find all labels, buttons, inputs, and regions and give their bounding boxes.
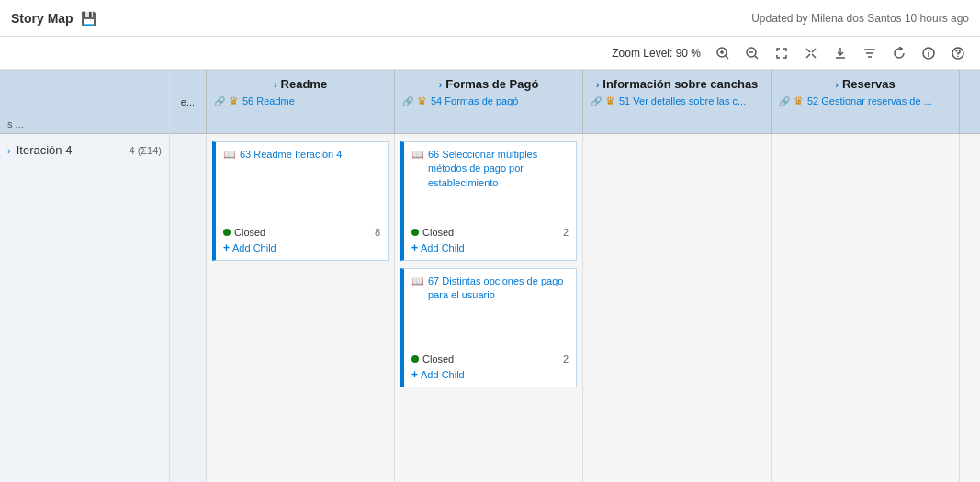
card-63-status-dot [223,229,231,236]
col-header-info-title: › Información sobre canchas [591,73,763,91]
svg-line-9 [806,54,810,58]
readme-link-text: 56 Readme [242,95,295,106]
zoom-in-icon [716,47,729,60]
reservas-crown-icon: ♛ [794,95,804,107]
card-63-title[interactable]: 63 Readme Iteración 4 [240,148,342,162]
card-63-footer: Closed 8 + Add Child [223,219,380,254]
card-67-status-dot [411,355,419,363]
story-col-es-partial [960,134,980,482]
toolbar: Zoom Level: 90 % [0,37,980,70]
story-col-readme: 📖 63 Readme Iteración 4 Closed 8 + [207,134,395,482]
sidebar-top-label: s ... [7,118,24,129]
svg-line-1 [726,56,728,59]
card-66-add-child[interactable]: + Add Child [411,241,569,254]
fullscreen-button[interactable] [800,44,822,62]
reservas-link-text: 52 Gestionar reservas de ... [807,95,932,106]
card-67-add-child[interactable]: + Add Child [411,368,569,381]
card-63-count: 8 [375,227,380,238]
readme-link[interactable]: 🔗 ♛ 56 Readme [214,95,387,107]
download-icon [834,47,847,60]
formas-crown-icon: ♛ [417,95,427,107]
readme-expand-icon[interactable]: › [274,79,277,90]
card-67-footer: Closed 2 + Add Child [411,346,569,381]
card-66-footer: Closed 2 + Add Child [411,219,569,254]
fit-icon [775,47,788,60]
main-area: s ... › Iteración 4 4 (Σ14) e... [0,70,980,482]
card-63-add-child-label: Add Child [232,242,276,253]
card-67-status-row: Closed 2 [411,353,569,364]
formas-link-icon: 🔗 [402,96,413,106]
help-button[interactable] [947,44,969,62]
col-header-reservas: › Reservas 🔗 ♛ 52 Gestionar reservas de … [772,70,960,133]
top-bar-left: Story Map 💾 [11,11,96,26]
fit-button[interactable] [771,44,793,62]
col-header-formas-title: › Formas de Pagó [402,73,575,91]
readme-link-icon: 🔗 [214,96,225,106]
svg-line-5 [755,56,758,59]
zoom-out-icon [746,47,759,60]
iteration-expand-icon: › [7,145,11,156]
sidebar-iteration[interactable]: › Iteración 4 4 (Σ14) [0,134,169,163]
story-col-reservas [772,134,960,482]
col-header-partial-left: e... [170,70,207,133]
col-header-formas: › Formas de Pagó 🔗 ♛ 54 Formas de pagó [395,70,583,133]
card-63-status-row: Closed 8 [223,227,380,238]
refresh-button[interactable] [888,44,910,62]
card-66-status-dot [411,229,419,236]
info-expand-icon[interactable]: › [596,79,600,90]
zoom-out-button[interactable] [741,44,763,62]
card-63-add-child[interactable]: + Add Child [223,241,380,254]
content-area: e... › Readme 🔗 ♛ 56 Readme [170,70,980,482]
card-66-add-icon: + [411,241,418,254]
card-66-status: Closed [422,227,454,238]
formas-title-text: Formas de Pagó [445,77,538,91]
reservas-title-text: Reservas [842,77,896,91]
story-col-partial-left [170,134,207,482]
zoom-in-button[interactable] [712,44,734,62]
card-66-count: 2 [563,227,569,238]
card-67-title[interactable]: 67 Distintas opciones de pago para el us… [428,275,569,303]
info-title-text: Información sobre canchas [603,77,758,91]
fullscreen-icon [805,47,817,60]
help-icon [952,47,964,60]
rows-area: 📖 63 Readme Iteración 4 Closed 8 + [170,134,980,482]
updated-text: Updated by Milena dos Santos 10 hours ag… [751,12,969,25]
col-header-info: › Información sobre canchas 🔗 ♛ 51 Ver d… [583,70,772,133]
columns-header: e... › Readme 🔗 ♛ 56 Readme [170,70,980,134]
card-67-book-icon: 📖 [411,275,424,287]
formas-link-text: 54 Formas de pagó [431,95,518,106]
card-67-add-icon: + [411,368,418,381]
download-button[interactable] [829,44,851,62]
svg-point-20 [957,55,959,57]
col-header-readme: › Readme 🔗 ♛ 56 Readme [207,70,395,133]
card-63-status: Closed [234,227,265,238]
formas-link[interactable]: 🔗 ♛ 54 Formas de pagó [402,95,575,107]
filter-icon [863,47,876,60]
story-card-63: 📖 63 Readme Iteración 4 Closed 8 + [212,141,389,261]
reservas-link[interactable]: 🔗 ♛ 52 Gestionar reservas de ... [779,95,952,107]
app-title: Story Map [11,11,73,26]
svg-line-8 [812,54,816,58]
filter-button[interactable] [859,44,881,62]
iteration-label: Iteración 4 [17,143,73,157]
reservas-expand-icon[interactable]: › [835,79,839,90]
info-link[interactable]: 🔗 ♛ 51 Ver detalles sobre las c... [591,95,763,107]
save-icon[interactable]: 💾 [81,11,96,26]
card-67-add-child-label: Add Child [421,369,465,380]
story-card-66: 📖 66 Seleccionar múltiples métodos de pa… [400,141,577,261]
card-67-count: 2 [563,353,569,364]
formas-expand-icon[interactable]: › [439,79,443,90]
card-66-add-child-label: Add Child [421,242,465,253]
col-header-es-partial: Es [960,70,980,133]
readme-title-text: Readme [281,77,328,91]
sidebar-top: s ... [0,70,169,134]
info-button[interactable] [918,44,940,62]
refresh-icon [893,47,906,60]
readme-crown-icon: ♛ [229,95,239,107]
col-header-readme-title: › Readme [214,73,387,91]
reservas-link-icon: 🔗 [779,96,790,106]
card-66-book-icon: 📖 [411,149,424,161]
card-67-status: Closed [422,353,454,364]
card-66-title[interactable]: 66 Seleccionar múltiples métodos de pago… [428,148,569,190]
info-link-text: 51 Ver detalles sobre las c... [619,95,746,106]
